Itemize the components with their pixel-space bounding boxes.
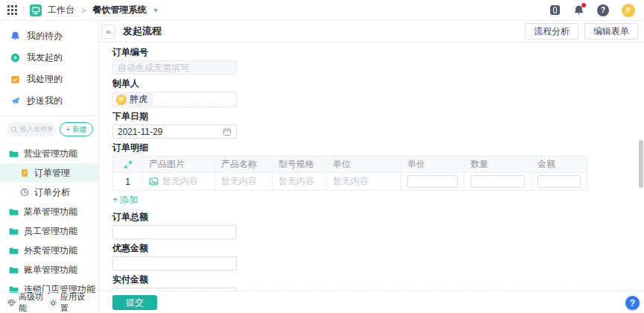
order-no-field: 订单编号	[112, 48, 644, 75]
row-index: 1	[113, 173, 143, 190]
notification-badge	[581, 3, 586, 7]
quantity-input[interactable]	[471, 175, 525, 188]
bell-icon	[10, 31, 20, 41]
order-notebook-icon	[20, 168, 29, 177]
sidebar-footer: 高级功能 应用设置	[0, 291, 98, 313]
process-form: 订单编号 制单人 胖 胖虎 下单日期 2021-11-29	[99, 42, 644, 291]
order-total-input[interactable]	[112, 225, 237, 239]
order-date-label: 下单日期	[112, 112, 644, 121]
order-analysis-icon	[20, 188, 29, 197]
sidebar-item-staff-management[interactable]: 员工管理功能	[0, 221, 98, 241]
notification-bell-icon[interactable]	[573, 4, 584, 16]
expand-icon[interactable]	[124, 160, 133, 169]
sidebar-item-my-todo[interactable]: 我的待办	[0, 25, 98, 47]
process-analysis-button[interactable]: 流程分析	[525, 23, 578, 39]
order-date-value: 2021-11-29	[118, 127, 163, 137]
order-date-picker[interactable]: 2021-11-29	[112, 124, 237, 139]
discount-amount-field: 优惠金额	[112, 244, 644, 271]
search-icon	[10, 126, 18, 133]
order-total-label: 订单总额	[112, 212, 644, 221]
main-panel: « 发起流程 流程分析 编辑表单 订单编号 制单人 胖 胖虎	[99, 21, 644, 313]
order-no-label: 订单编号	[112, 48, 644, 57]
folder-icon	[9, 246, 19, 256]
task-box-icon	[10, 75, 20, 84]
sidebar-search-input[interactable]: 输入名称来搜索	[7, 122, 56, 136]
empty-content-text: 暂无内容	[333, 175, 369, 188]
tree-item-label: 账单管理功能	[24, 264, 77, 276]
submit-bar: 提交	[99, 291, 644, 313]
column-header-product-image: 产品图片	[143, 156, 215, 172]
folder-icon	[9, 207, 19, 217]
image-icon	[149, 177, 159, 186]
sidebar-item-label: 我的待办	[27, 30, 63, 42]
page-title: 发起流程	[123, 25, 162, 38]
send-plane-icon	[10, 96, 20, 106]
column-header-unit-price: 单价	[401, 156, 465, 172]
sidebar-item-my-processed[interactable]: 我处理的	[0, 69, 98, 90]
column-header-unit: 单位	[327, 156, 401, 172]
divider	[0, 116, 98, 116]
calendar-icon	[223, 127, 232, 136]
unit-price-input[interactable]	[407, 175, 458, 188]
app-grid-icon[interactable]	[7, 5, 17, 15]
column-header-model-spec: 型号规格	[272, 156, 327, 172]
sidebar-item-menu-management[interactable]: 菜单管理功能	[0, 202, 98, 221]
play-circle-icon	[10, 53, 20, 63]
folder-icon	[9, 149, 19, 159]
table-header-row: 产品图片 产品名称 型号规格 单位 单价 数量 金额	[113, 156, 587, 173]
order-date-field: 下单日期 2021-11-29	[112, 112, 644, 139]
advanced-features-button[interactable]: 高级功能	[7, 291, 49, 313]
product-image-cell: 暂无内容	[143, 173, 215, 190]
sidebar-item-order-analysis[interactable]: 订单分析	[0, 183, 98, 202]
order-detail-field: 订单明细 产品图片 产品名称 型号规格 单位 单价 数量 金额	[112, 143, 644, 208]
creator-name: 胖虎	[130, 93, 147, 106]
empty-content-text: 暂无内容	[221, 175, 257, 188]
app-settings-button[interactable]: 应用设置	[49, 291, 91, 313]
workspace-app-icon[interactable]	[30, 4, 42, 16]
submit-button[interactable]: 提交	[112, 295, 157, 310]
tree-item-label: 营业管理功能	[24, 148, 77, 160]
order-total-field: 订单总额	[112, 212, 644, 239]
table-row: 1 暂无内容 暂无内容 暂无内容 暂无内容	[113, 173, 587, 190]
sidebar-item-order-management[interactable]: 订单管理	[0, 163, 98, 183]
discount-amount-input[interactable]	[112, 256, 237, 271]
tree-item-label: 员工管理功能	[24, 225, 77, 238]
sidebar: 我的待办 我发起的 我处理的 抄送我的 输入名称来搜索 + 新建 营业管理功能	[0, 21, 99, 313]
sidebar-item-business-management[interactable]: 营业管理功能	[0, 144, 98, 163]
edit-form-button[interactable]: 编辑表单	[584, 23, 638, 39]
sidebar-item-takeout-management[interactable]: 外卖管理功能	[0, 241, 98, 260]
amount-input[interactable]	[538, 175, 581, 188]
breadcrumb-app-name[interactable]: 餐饮管理系统	[92, 4, 146, 16]
user-avatar[interactable]: 胖	[622, 4, 635, 17]
sidebar-item-bill-management[interactable]: 账单管理功能	[0, 260, 98, 279]
creator-picker[interactable]: 胖 胖虎	[112, 92, 237, 107]
paid-amount-label: 实付金额	[112, 275, 644, 284]
order-detail-table: 产品图片 产品名称 型号规格 单位 单价 数量 金额 1 暂无内容	[112, 156, 587, 191]
breadcrumb-workspace[interactable]: 工作台	[48, 4, 74, 16]
new-process-button[interactable]: + 新建	[60, 122, 93, 136]
footer-label: 应用设置	[60, 291, 91, 313]
breadcrumb-separator: >	[81, 6, 86, 15]
discount-amount-label: 优惠金额	[112, 244, 644, 253]
help-icon[interactable]: ?	[597, 4, 609, 16]
mobile-app-icon[interactable]	[549, 4, 561, 16]
order-no-input[interactable]	[112, 60, 237, 75]
gem-icon	[7, 299, 16, 307]
sidebar-item-label: 我处理的	[27, 73, 63, 86]
help-float-button[interactable]: ?	[625, 296, 640, 310]
folder-icon	[9, 227, 19, 236]
collapse-sidebar-button[interactable]: «	[101, 25, 115, 39]
column-header-amount: 金额	[532, 156, 587, 172]
creator-avatar: 胖	[116, 95, 127, 105]
gear-icon	[49, 299, 57, 307]
divider	[23, 5, 24, 16]
scrollbar-thumb[interactable]	[639, 140, 643, 188]
column-header-quantity: 数量	[465, 156, 532, 172]
tree-item-label: 订单管理	[34, 167, 70, 180]
sidebar-item-my-initiated[interactable]: 我发起的	[0, 47, 98, 69]
sidebar-item-label: 抄送我的	[27, 95, 63, 107]
sidebar-item-cc-to-me[interactable]: 抄送我的	[0, 90, 98, 112]
top-bar: 工作台 > 餐饮管理系统 ▾ ? 胖	[0, 0, 644, 21]
add-row-button[interactable]: + 添加	[112, 194, 138, 206]
chevron-down-icon[interactable]: ▾	[153, 6, 157, 14]
